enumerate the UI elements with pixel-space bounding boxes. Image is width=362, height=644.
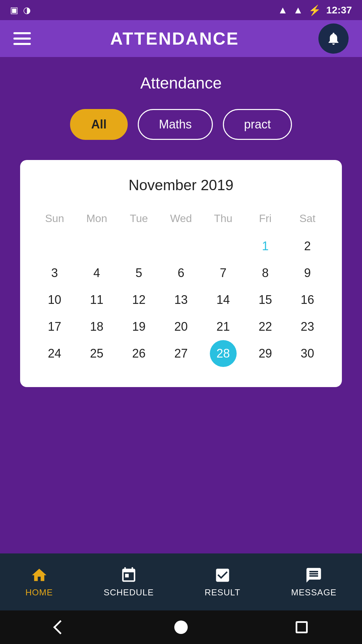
cal-day-22[interactable]: 22 — [244, 313, 287, 340]
cal-day-9[interactable]: 9 — [286, 260, 328, 286]
cal-day-empty-1 — [34, 233, 76, 260]
nav-schedule[interactable]: SCHEDULE — [104, 567, 154, 598]
home-icon — [31, 567, 48, 584]
sim-icon: ▣ — [10, 5, 18, 15]
cal-day-empty-3 — [118, 233, 160, 260]
weekday-mon: Mon — [76, 207, 118, 233]
nav-result[interactable]: RESULT — [204, 567, 240, 598]
cal-day-6[interactable]: 6 — [160, 260, 202, 286]
bell-icon — [326, 31, 341, 46]
cal-day-24[interactable]: 24 — [34, 340, 76, 367]
cal-day-21[interactable]: 21 — [202, 313, 244, 340]
nav-schedule-label: SCHEDULE — [104, 587, 154, 598]
cal-day-20[interactable]: 20 — [160, 313, 202, 340]
nav-home-label: HOME — [25, 587, 53, 598]
section-title: Attendance — [140, 74, 222, 92]
app-bar-title: ATTENDANCE — [110, 29, 239, 49]
cal-day-30[interactable]: 30 — [286, 340, 328, 367]
cal-day-1[interactable]: 1 — [244, 233, 287, 260]
cal-day-7[interactable]: 7 — [202, 260, 244, 286]
cal-day-13[interactable]: 13 — [160, 286, 202, 313]
cal-day-11[interactable]: 11 — [76, 286, 118, 313]
cal-day-26[interactable]: 26 — [118, 340, 160, 367]
cal-day-8[interactable]: 8 — [244, 260, 287, 286]
wifi-icon: ▲ — [278, 4, 288, 16]
cal-day-empty-2 — [76, 233, 118, 260]
notification-button[interactable] — [318, 23, 349, 54]
bottom-nav: HOME SCHEDULE RESULT MESSAGE — [0, 553, 362, 610]
home-button[interactable] — [171, 617, 191, 637]
filter-pract-button[interactable]: pract — [223, 109, 292, 140]
weekday-wed: Wed — [160, 207, 202, 233]
cal-day-empty-5 — [202, 233, 244, 260]
status-left-icons: ▣ ◑ — [10, 5, 31, 15]
nav-message-label: MESSAGE — [291, 587, 337, 598]
cal-day-14[interactable]: 14 — [202, 286, 244, 313]
weekday-fri: Fri — [244, 207, 287, 233]
filter-all-button[interactable]: All — [70, 109, 128, 140]
weekday-thu: Thu — [202, 207, 244, 233]
cal-day-15[interactable]: 15 — [244, 286, 287, 313]
main-content: Attendance All Maths pract November 2019… — [0, 57, 362, 553]
cal-day-5[interactable]: 5 — [118, 260, 160, 286]
cal-day-3[interactable]: 3 — [34, 260, 76, 286]
menu-button[interactable] — [13, 32, 31, 45]
cal-day-18[interactable]: 18 — [76, 313, 118, 340]
status-right-icons: ▲ ▲ ⚡ 12:37 — [278, 4, 352, 16]
calendar-container: November 2019 Sun Mon Tue Wed Thu Fri Sa… — [20, 160, 342, 387]
cal-day-empty-4 — [160, 233, 202, 260]
cal-day-29[interactable]: 29 — [244, 340, 287, 367]
cal-day-16[interactable]: 16 — [286, 286, 328, 313]
sync-icon: ◑ — [23, 5, 31, 15]
battery-icon: ⚡ — [308, 4, 321, 16]
cal-day-2[interactable]: 2 — [286, 233, 328, 260]
cal-day-4[interactable]: 4 — [76, 260, 118, 286]
back-button[interactable] — [50, 617, 70, 637]
cal-day-27[interactable]: 27 — [160, 340, 202, 367]
time-display: 12:37 — [326, 4, 352, 16]
calendar-grid: Sun Mon Tue Wed Thu Fri Sat 1 2 3 4 5 6 … — [34, 207, 328, 367]
cal-day-23[interactable]: 23 — [286, 313, 328, 340]
cal-day-25[interactable]: 25 — [76, 340, 118, 367]
recents-button[interactable] — [292, 617, 312, 637]
weekday-sat: Sat — [286, 207, 328, 233]
filter-row: All Maths pract — [70, 109, 292, 140]
system-nav-bar — [0, 610, 362, 644]
calendar-month-year: November 2019 — [34, 177, 328, 194]
weekday-tue: Tue — [118, 207, 160, 233]
app-bar: ATTENDANCE — [0, 20, 362, 57]
filter-maths-button[interactable]: Maths — [138, 109, 213, 140]
cal-day-28[interactable]: 28 — [202, 340, 244, 367]
cal-day-19[interactable]: 19 — [118, 313, 160, 340]
schedule-icon — [120, 567, 137, 584]
nav-result-label: RESULT — [204, 587, 240, 598]
cal-day-12[interactable]: 12 — [118, 286, 160, 313]
signal-icon: ▲ — [293, 4, 303, 16]
nav-message[interactable]: MESSAGE — [291, 567, 337, 598]
message-icon — [305, 567, 322, 584]
result-icon — [214, 567, 231, 584]
cal-day-10[interactable]: 10 — [34, 286, 76, 313]
cal-day-17[interactable]: 17 — [34, 313, 76, 340]
weekday-sun: Sun — [34, 207, 76, 233]
nav-home[interactable]: HOME — [25, 567, 53, 598]
status-bar: ▣ ◑ ▲ ▲ ⚡ 12:37 — [0, 0, 362, 20]
